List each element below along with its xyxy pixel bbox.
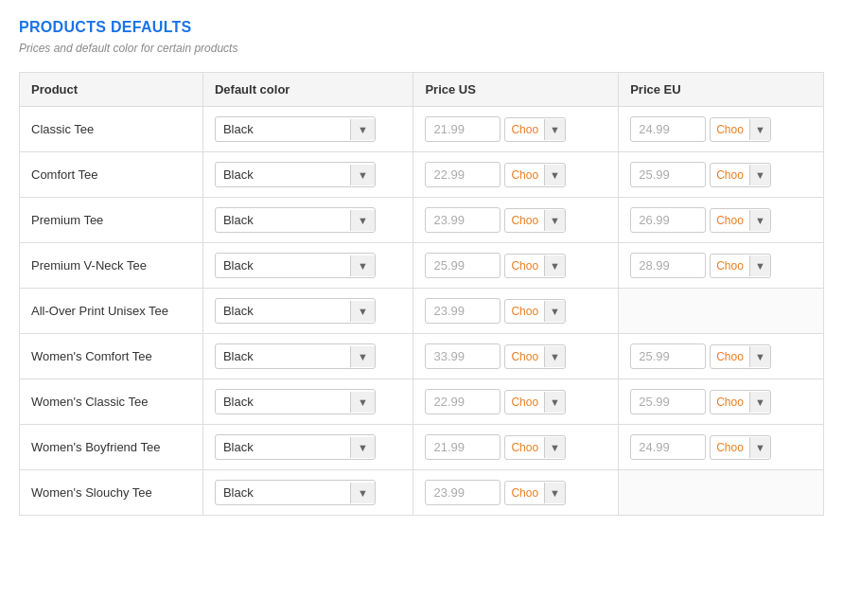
color-select-arrow[interactable]: ▼ <box>350 165 375 185</box>
price-eu-input[interactable] <box>630 207 706 233</box>
currency-eu-value: Choo <box>711 345 749 368</box>
price-us-input[interactable] <box>425 207 501 233</box>
currency-us-value: Choo <box>505 436 544 459</box>
color-select-value: Black <box>216 117 350 141</box>
currency-us-arrow[interactable]: ▼ <box>544 210 565 231</box>
currency-eu-select[interactable]: Choo ▼ <box>710 254 771 278</box>
price-eu-cell <box>619 470 824 516</box>
price-us-input[interactable] <box>425 253 501 278</box>
col-price-eu: Price EU <box>619 73 824 107</box>
price-us-input[interactable] <box>425 162 501 187</box>
product-name-cell: All-Over Print Unisex Tee <box>20 289 203 334</box>
currency-us-arrow[interactable]: ▼ <box>544 301 565 322</box>
currency-us-arrow[interactable]: ▼ <box>544 255 565 276</box>
currency-us-arrow[interactable]: ▼ <box>544 119 565 140</box>
price-us-input[interactable] <box>425 434 501 460</box>
color-select[interactable]: Black ▼ <box>215 253 376 278</box>
currency-eu-arrow[interactable]: ▼ <box>749 346 770 367</box>
currency-eu-arrow[interactable]: ▼ <box>749 437 770 458</box>
price-us-input[interactable] <box>425 116 501 142</box>
price-eu-cell: Choo ▼ <box>619 107 824 152</box>
price-eu-input[interactable] <box>630 162 706 187</box>
color-select[interactable]: Black ▼ <box>215 343 376 369</box>
color-select-arrow[interactable]: ▼ <box>350 301 375 322</box>
currency-us-select[interactable]: Choo ▼ <box>504 299 566 324</box>
price-eu-input[interactable] <box>630 253 706 278</box>
price-eu-cell: Choo ▼ <box>619 334 824 379</box>
price-us-group: Choo ▼ <box>425 389 606 414</box>
price-eu-group: Choo ▼ <box>630 253 812 278</box>
color-select-value: Black <box>216 344 350 368</box>
currency-us-value: Choo <box>505 345 544 368</box>
color-select[interactable]: Black ▼ <box>215 434 376 460</box>
currency-us-arrow[interactable]: ▼ <box>544 392 565 413</box>
color-select-arrow[interactable]: ▼ <box>350 210 375 231</box>
col-default-color: Default color <box>202 73 413 107</box>
color-cell: Black ▼ <box>202 425 413 470</box>
currency-eu-select[interactable]: Choo ▼ <box>710 208 771 233</box>
color-select[interactable]: Black ▼ <box>215 480 376 505</box>
color-select[interactable]: Black ▼ <box>215 389 376 414</box>
price-us-group: Choo ▼ <box>425 480 606 505</box>
price-us-input[interactable] <box>425 343 501 369</box>
currency-us-select[interactable]: Choo ▼ <box>504 344 566 369</box>
color-select-arrow[interactable]: ▼ <box>350 437 375 458</box>
color-select-value: Black <box>216 481 350 504</box>
price-eu-input[interactable] <box>630 389 706 414</box>
currency-eu-arrow[interactable]: ▼ <box>749 165 770 185</box>
table-row: Premium Tee Black ▼ Choo ▼ Choo ▼ <box>20 198 824 243</box>
price-eu-input[interactable] <box>630 434 706 460</box>
color-select[interactable]: Black ▼ <box>215 207 376 233</box>
price-eu-input[interactable] <box>630 116 706 142</box>
currency-us-select[interactable]: Choo ▼ <box>504 117 566 142</box>
currency-us-select[interactable]: Choo ▼ <box>504 435 566 460</box>
price-us-input[interactable] <box>425 389 501 414</box>
color-select-arrow[interactable]: ▼ <box>350 392 375 413</box>
price-us-group: Choo ▼ <box>425 207 606 233</box>
currency-eu-select[interactable]: Choo ▼ <box>710 390 771 414</box>
currency-us-arrow[interactable]: ▼ <box>544 437 565 458</box>
currency-eu-arrow[interactable]: ▼ <box>749 210 770 231</box>
currency-us-select[interactable]: Choo ▼ <box>504 481 566 505</box>
product-name-cell: Women's Classic Tee <box>20 379 203 425</box>
color-select-arrow[interactable]: ▼ <box>350 483 375 503</box>
price-us-input[interactable] <box>425 480 501 505</box>
color-select-arrow[interactable]: ▼ <box>350 255 375 276</box>
color-select[interactable]: Black ▼ <box>215 116 376 142</box>
color-select-arrow[interactable]: ▼ <box>350 346 375 367</box>
currency-eu-select[interactable]: Choo ▼ <box>710 117 771 142</box>
color-cell: Black ▼ <box>202 107 413 152</box>
table-row: Classic Tee Black ▼ Choo ▼ Choo ▼ <box>20 107 824 152</box>
currency-eu-select[interactable]: Choo ▼ <box>710 435 771 460</box>
price-eu-input[interactable] <box>630 343 706 369</box>
price-us-cell: Choo ▼ <box>413 425 619 470</box>
products-table: Product Default color Price US Price EU … <box>19 72 824 516</box>
price-us-cell: Choo ▼ <box>413 470 619 516</box>
currency-us-select[interactable]: Choo ▼ <box>504 390 566 414</box>
currency-us-select[interactable]: Choo ▼ <box>504 163 566 187</box>
price-us-input[interactable] <box>425 298 501 324</box>
currency-eu-arrow[interactable]: ▼ <box>749 255 770 276</box>
table-row: Women's Comfort Tee Black ▼ Choo ▼ Choo … <box>20 334 824 379</box>
currency-us-select[interactable]: Choo ▼ <box>504 254 566 278</box>
price-eu-group: Choo ▼ <box>630 162 812 187</box>
color-select-arrow[interactable]: ▼ <box>350 119 375 140</box>
color-select[interactable]: Black ▼ <box>215 298 376 324</box>
currency-us-arrow[interactable]: ▼ <box>544 483 565 503</box>
currency-eu-select[interactable]: Choo ▼ <box>710 344 771 369</box>
currency-us-value: Choo <box>505 255 544 277</box>
currency-us-value: Choo <box>505 209 544 232</box>
currency-us-arrow[interactable]: ▼ <box>544 165 565 185</box>
currency-eu-arrow[interactable]: ▼ <box>749 119 770 140</box>
color-cell: Black ▼ <box>202 470 413 516</box>
currency-eu-value: Choo <box>711 436 749 459</box>
currency-eu-value: Choo <box>711 209 749 232</box>
currency-eu-arrow[interactable]: ▼ <box>749 392 770 413</box>
currency-us-arrow[interactable]: ▼ <box>544 346 565 367</box>
col-product: Product <box>20 73 203 107</box>
currency-eu-select[interactable]: Choo ▼ <box>710 163 771 187</box>
price-us-cell: Choo ▼ <box>413 243 619 289</box>
page-title: PRODUCTS DEFAULTS <box>19 19 824 36</box>
currency-us-select[interactable]: Choo ▼ <box>504 208 566 233</box>
color-select[interactable]: Black ▼ <box>215 162 376 187</box>
